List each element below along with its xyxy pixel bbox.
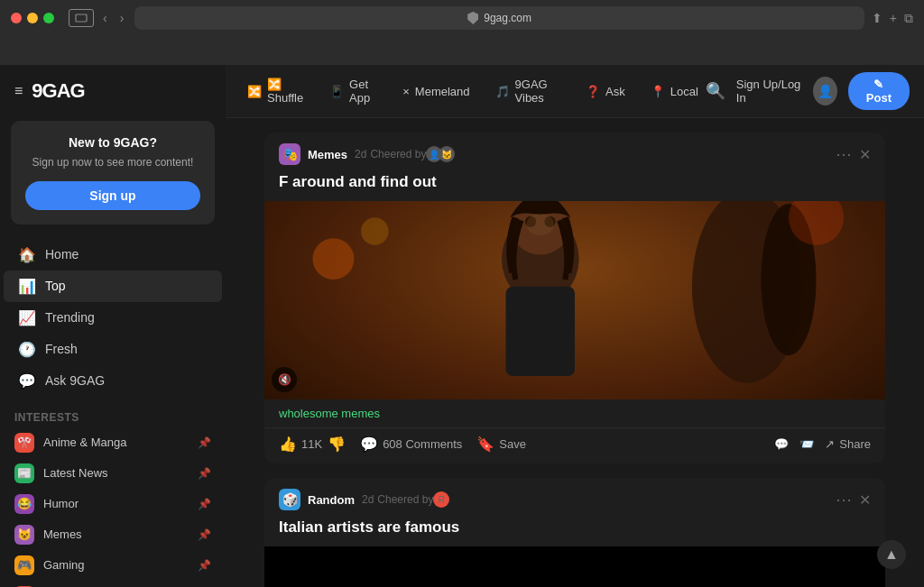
post-image-2: SCAMMER xyxy=(264,546,885,587)
sidebar-item-memes[interactable]: 😺 Memes 📌 xyxy=(0,519,226,550)
tab-ask[interactable]: ❓ Ask xyxy=(578,81,633,102)
svg-point-9 xyxy=(526,214,554,235)
sidebar-item-fresh[interactable]: 🕐 Fresh xyxy=(4,334,222,365)
messenger-share-button[interactable]: 📨 xyxy=(799,437,814,451)
browser-chrome: ‹ › 9gag.com ⬆ + ⧉ xyxy=(0,0,924,65)
interests-section-label: Interests xyxy=(0,404,226,427)
sidebar-item-humor[interactable]: 😂 Humor 📌 xyxy=(0,489,226,519)
post-card: 🎭 Memes 2d Cheered by 👤 🐱 ⋯ xyxy=(264,133,885,463)
cheer-avatar-3: R xyxy=(433,491,449,508)
close-post-icon-2[interactable]: ✕ xyxy=(859,491,871,509)
sidebar-item-home[interactable]: 🏠 Home xyxy=(4,239,222,271)
post-button[interactable]: ✎ Post xyxy=(848,72,910,110)
sidebar-item-news[interactable]: 📰 Latest News 📌 xyxy=(0,458,226,489)
more-options-icon-2[interactable]: ⋯ xyxy=(836,490,852,509)
sidebar-item-gaming[interactable]: 🎮 Gaming 📌 xyxy=(0,550,226,581)
humor-icon: 😂 xyxy=(14,494,34,514)
trending-icon: 📈 xyxy=(18,309,36,326)
sidebar-item-trending[interactable]: 📈 Trending xyxy=(4,302,222,334)
post-title: F around and find out xyxy=(264,172,885,201)
post-image: 🔇 xyxy=(264,201,885,399)
feed: 🎭 Memes 2d Cheered by 👤 🐱 ⋯ xyxy=(250,118,900,587)
tag-wholesome-memes[interactable]: wholesome memes xyxy=(279,407,380,420)
sidebar: ≡ 9GAG New to 9GAG? Sign up now to see m… xyxy=(0,65,226,587)
anime-icon: 🎌 xyxy=(14,433,34,453)
sidebar-item-label: Trending xyxy=(45,310,95,325)
interest-label: Humor xyxy=(43,497,189,510)
interest-label: Memes xyxy=(43,527,189,541)
tab-local[interactable]: 📍 Local xyxy=(643,81,706,102)
scroll-to-top-button[interactable]: ▲ xyxy=(877,540,906,569)
news-icon: 📰 xyxy=(14,463,34,483)
cheered-avatars: 👤 🐱 xyxy=(430,146,455,162)
forward-button[interactable]: › xyxy=(116,9,128,27)
new-tab-icon[interactable]: + xyxy=(890,11,897,26)
browser-action-buttons: ⬆ + ⧉ xyxy=(872,11,913,26)
share-browser-icon[interactable]: ⬆ xyxy=(872,11,882,26)
security-icon xyxy=(467,12,478,24)
post-header: 🎭 Memes 2d Cheered by 👤 🐱 ⋯ xyxy=(264,133,885,172)
svg-point-11 xyxy=(361,217,389,245)
save-button[interactable]: 🔖 Save xyxy=(476,436,526,453)
tab-shuffle[interactable]: 🔀 🔀 Shuffle xyxy=(240,74,311,108)
sidebar-item-ask9gag[interactable]: 💬 Ask 9GAG xyxy=(4,365,222,397)
home-icon: 🏠 xyxy=(18,246,36,263)
top-bar: 🔀 🔀 Shuffle 📱 Get App × Memeland 🎵 9GAG … xyxy=(226,65,924,118)
community-name[interactable]: Memes xyxy=(308,148,347,161)
gaming-icon: 🎮 xyxy=(14,555,34,575)
mute-button[interactable]: 🔇 xyxy=(272,367,297,392)
back-button[interactable]: ‹ xyxy=(99,9,111,27)
window-icon[interactable] xyxy=(69,9,94,27)
post-tags: wholesome memes xyxy=(264,399,885,427)
fresh-icon: 🕐 xyxy=(18,341,36,358)
pin-icon: 📌 xyxy=(198,436,211,449)
browser-titlebar: ‹ › 9gag.com ⬆ + ⧉ xyxy=(0,0,924,36)
comment-icon: 💬 xyxy=(360,436,378,453)
post-header-left-2: 🎲 Random 2d Cheered by R xyxy=(279,489,449,510)
sidebar-nav: 🏠 Home 📊 Top 📈 Trending 🕐 Fresh 💬 Ask 9G… xyxy=(0,239,226,404)
tab-memeland[interactable]: × Memeland xyxy=(395,81,476,102)
signup-button[interactable]: Sign up xyxy=(25,181,200,210)
vote-group: 👍 11K 👎 xyxy=(279,436,346,453)
pin-icon: 📌 xyxy=(198,528,211,541)
post-meta-2: 2d Cheered by R xyxy=(362,491,449,508)
community-icon-2: 🎲 xyxy=(279,489,300,510)
hamburger-icon[interactable]: ≡ xyxy=(14,83,23,99)
top-nav-tabs: 🔀 🔀 Shuffle 📱 Get App × Memeland 🎵 9GAG … xyxy=(240,74,706,108)
address-bar[interactable]: 9gag.com xyxy=(134,6,864,30)
cheered-label-2: Cheered by xyxy=(377,493,433,506)
post-header-left: 🎭 Memes 2d Cheered by 👤 🐱 xyxy=(279,143,455,165)
share-button[interactable]: ↗ Share xyxy=(825,437,871,451)
svg-rect-0 xyxy=(76,14,87,22)
messenger-icon: 📨 xyxy=(799,437,814,451)
app-container: ≡ 9GAG New to 9GAG? Sign up now to see m… xyxy=(0,65,924,587)
downvote-button[interactable]: 👎 xyxy=(328,436,346,453)
ask9gag-icon: 💬 xyxy=(18,372,36,390)
login-button[interactable]: Sign Up/Log In xyxy=(736,78,802,105)
bookmark-icon: 🔖 xyxy=(476,436,494,453)
pin-icon: 📌 xyxy=(198,498,211,510)
sidebar-item-wtf[interactable]: 😱 WTF 📌 xyxy=(0,581,226,587)
tabs-icon[interactable]: ⧉ xyxy=(904,11,913,26)
sidebar-header: ≡ 9GAG xyxy=(0,76,226,114)
upvote-button[interactable]: 👍 11K xyxy=(279,436,322,453)
more-options-icon[interactable]: ⋯ xyxy=(836,144,852,164)
tab-get-app[interactable]: 📱 Get App xyxy=(322,74,384,108)
minimize-button[interactable] xyxy=(27,13,38,23)
search-icon[interactable]: 🔍 xyxy=(706,81,725,101)
cheered-label: Cheered by xyxy=(370,148,426,161)
close-post-icon[interactable]: ✕ xyxy=(859,146,871,163)
share-icon: ↗ xyxy=(825,437,835,451)
whatsapp-share-button[interactable]: 💬 xyxy=(774,437,789,451)
tab-vibes[interactable]: 🎵 9GAG Vibes xyxy=(488,74,568,108)
pin-icon: 📌 xyxy=(198,467,211,480)
close-button[interactable] xyxy=(11,13,22,23)
sidebar-item-anime[interactable]: 🎌 Anime & Manga 📌 xyxy=(0,427,226,458)
avatar[interactable]: 👤 xyxy=(813,77,837,105)
comments-button[interactable]: 💬 608 Comments xyxy=(360,436,462,453)
maximize-button[interactable] xyxy=(43,13,54,23)
logo[interactable]: 9GAG xyxy=(32,79,84,103)
sidebar-item-top[interactable]: 📊 Top xyxy=(4,271,222,302)
svg-rect-6 xyxy=(506,287,575,376)
community-name-2[interactable]: Random xyxy=(308,493,355,507)
